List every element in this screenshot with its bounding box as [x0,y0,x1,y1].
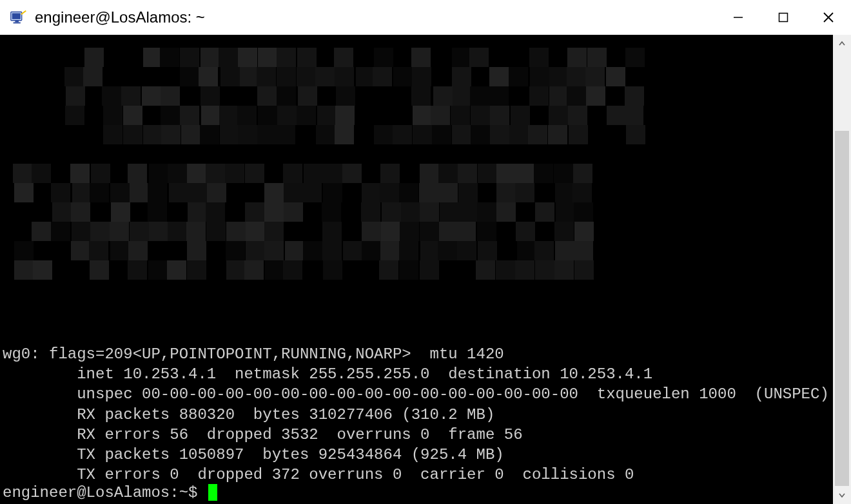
titlebar-left: engineer@LosAlamos: ~ [9,8,205,27]
scroll-thumb[interactable] [835,131,849,486]
putty-app-icon [9,8,28,27]
terminal[interactable]: wg0: flags=209<UP,POINTOPOINT,RUNNING,NO… [0,35,833,504]
minimize-button[interactable] [716,0,761,35]
ifconfig-output: wg0: flags=209<UP,POINTOPOINT,RUNNING,NO… [3,344,829,485]
prompt-line[interactable]: engineer@LosAlamos:~$ [3,483,217,503]
scroll-track[interactable] [833,53,851,486]
svg-rect-3 [15,21,19,23]
putty-window: engineer@LosAlamos: ~ wg0: flags=209<UP,… [0,0,851,504]
redacted-region [0,35,774,299]
cursor [208,484,217,501]
vertical-scrollbar[interactable] [833,35,851,504]
titlebar[interactable]: engineer@LosAlamos: ~ [0,0,851,35]
close-button[interactable] [806,0,851,35]
svg-rect-6 [779,14,788,22]
window-controls [716,0,851,35]
scroll-down-arrow-icon[interactable] [833,486,851,504]
maximize-button[interactable] [761,0,806,35]
svg-rect-1 [12,13,21,19]
svg-rect-4 [14,23,21,24]
scroll-up-arrow-icon[interactable] [833,35,851,53]
shell-prompt: engineer@LosAlamos:~$ [3,483,207,503]
window-title: engineer@LosAlamos: ~ [35,8,205,26]
client-area: wg0: flags=209<UP,POINTOPOINT,RUNNING,NO… [0,35,851,504]
